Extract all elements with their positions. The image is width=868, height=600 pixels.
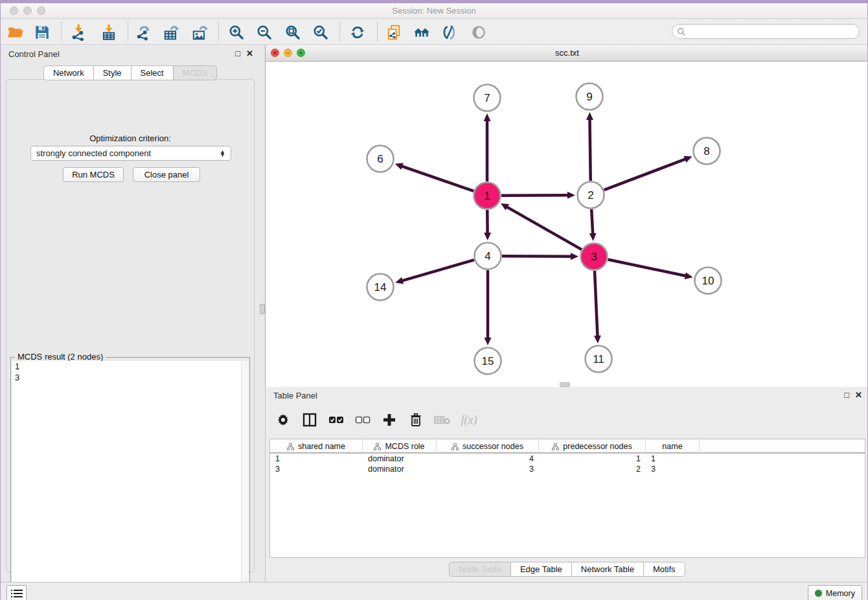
float-panel-icon[interactable]: □ — [235, 49, 240, 58]
graph-edge[interactable] — [502, 256, 572, 257]
optimization-criterion-label: Optimization criterion: — [6, 133, 254, 143]
result-scrollbar[interactable] — [241, 361, 249, 600]
result-line: 3 — [12, 372, 249, 383]
column-header-successor-nodes[interactable]: successor nodes — [437, 439, 539, 454]
gear-icon[interactable] — [275, 411, 291, 428]
graph-edge[interactable] — [608, 260, 687, 276]
edge-arrowhead — [395, 277, 404, 284]
table-row[interactable]: 3dominator323 — [270, 464, 865, 474]
table-cell[interactable]: 3 — [646, 464, 700, 474]
style-details-icon[interactable] — [440, 23, 459, 42]
tab-motifs[interactable]: Motifs — [643, 562, 685, 577]
tab-edge-table[interactable]: Edge Table — [510, 562, 571, 577]
graph-edge[interactable] — [501, 195, 569, 196]
delete-table-icon — [434, 411, 451, 428]
mcds-result-text[interactable]: 13 — [12, 361, 249, 600]
edge-arrowhead — [395, 163, 404, 170]
table-cell[interactable]: dominator — [363, 454, 437, 464]
add-column-icon[interactable] — [381, 411, 398, 428]
tab-node-table[interactable]: Node Table — [449, 562, 510, 577]
splitter-grip[interactable] — [260, 304, 265, 314]
table-cell[interactable]: 3 — [270, 464, 363, 474]
column-header-label: shared name — [298, 442, 345, 451]
chevron-up-down-icon: ▲▼ — [220, 150, 225, 157]
graph-edge[interactable] — [595, 271, 598, 337]
export-image-icon[interactable] — [190, 23, 209, 42]
network-window-titlebar[interactable]: ✕ − + scc.txt — [266, 45, 868, 62]
memory-button[interactable]: Memory — [808, 585, 862, 600]
export-network-icon[interactable] — [133, 23, 153, 42]
delete-column-icon[interactable] — [407, 411, 424, 428]
column-header-name[interactable]: name — [646, 439, 700, 454]
column-header-shared-name[interactable]: shared name — [270, 439, 363, 454]
float-table-panel-icon[interactable]: □ — [844, 390, 849, 400]
graph-edge[interactable] — [604, 159, 687, 190]
horizontal-splitter-grip[interactable] — [560, 382, 570, 387]
close-panel-button[interactable]: Close panel — [133, 167, 200, 182]
node-label: 9 — [586, 91, 592, 103]
criterion-dropdown[interactable]: strongly connected component ▲▼ — [30, 146, 231, 161]
edge-arrowhead — [485, 338, 492, 345]
tab-mcds[interactable]: MCDS — [173, 65, 217, 80]
run-mcds-button[interactable]: Run MCDS — [63, 167, 124, 182]
table-cell[interactable]: 1 — [270, 454, 363, 464]
clone-network-icon[interactable] — [384, 23, 404, 42]
task-list-button[interactable] — [6, 585, 27, 600]
tab-network[interactable]: Network — [43, 65, 93, 80]
table-cell[interactable]: 2 — [539, 464, 646, 474]
close-table-panel-icon[interactable]: ✕ — [855, 390, 862, 400]
column-header-predecessor-nodes[interactable]: predecessor nodes — [539, 439, 646, 454]
table-cell[interactable]: 1 — [539, 454, 646, 464]
first-neighbors-icon[interactable] — [412, 23, 431, 42]
table-cell[interactable]: 1 — [646, 454, 700, 464]
graph-edge[interactable] — [401, 166, 474, 191]
import-network-icon[interactable] — [69, 23, 88, 42]
table-header-row: shared nameMCDS rolesuccessor nodesprede… — [270, 439, 865, 454]
table-toolbar: f(x) — [275, 409, 477, 431]
save-icon[interactable] — [32, 23, 52, 42]
column-header-label: predecessor nodes — [563, 442, 632, 451]
tab-select[interactable]: Select — [131, 65, 173, 80]
graph-edge[interactable] — [589, 119, 590, 181]
graph-edge[interactable] — [507, 207, 582, 249]
main-area: Control Panel □ ✕ NetworkStyleSelectMCDS… — [1, 45, 867, 582]
import-table-icon[interactable] — [99, 23, 119, 42]
network-canvas[interactable]: 1234678910111415 — [266, 62, 868, 387]
close-panel-icon[interactable]: ✕ — [246, 49, 253, 58]
table-row[interactable]: 1dominator411 — [270, 454, 865, 464]
tab-style[interactable]: Style — [93, 65, 131, 80]
graph-edge[interactable] — [402, 260, 474, 281]
node-label: 11 — [593, 353, 604, 365]
zoom-in-icon[interactable] — [227, 23, 246, 42]
main-toolbar — [1, 19, 867, 45]
title-bar: Session: New Session — [1, 3, 867, 19]
zoom-selected-icon[interactable] — [311, 23, 330, 42]
node-table[interactable]: shared nameMCDS rolesuccessor nodesprede… — [269, 439, 865, 558]
table-cell[interactable]: 3 — [437, 464, 539, 474]
network-graph[interactable]: 1234678910111415 — [266, 62, 868, 387]
show-columns-icon[interactable] — [301, 411, 318, 428]
export-table-icon[interactable] — [161, 23, 181, 42]
application-window: Session: New Session — [0, 0, 868, 600]
column-header-label: successor nodes — [463, 442, 523, 451]
table-cell[interactable]: dominator — [363, 464, 437, 474]
column-hierarchy-icon — [374, 443, 381, 450]
column-header-MCDS-role[interactable]: MCDS role — [363, 439, 437, 454]
edge-arrowhead — [589, 233, 597, 241]
search-input[interactable] — [686, 27, 859, 37]
control-panel-title: Control Panel — [8, 49, 60, 59]
table-cell[interactable]: 4 — [437, 454, 539, 464]
refresh-icon[interactable] — [348, 23, 367, 42]
toolbar-separator — [218, 22, 219, 41]
deselect-all-checkboxes-icon[interactable] — [354, 411, 371, 428]
select-all-checkboxes-icon[interactable] — [328, 411, 345, 428]
graph-edge[interactable] — [591, 209, 593, 235]
tab-network-table[interactable]: Network Table — [571, 562, 643, 577]
node-label: 7 — [484, 92, 490, 104]
open-folder-icon[interactable] — [6, 23, 25, 42]
vertical-splitter[interactable] — [260, 45, 265, 582]
column-hierarchy-icon — [552, 443, 559, 450]
zoom-out-icon[interactable] — [255, 23, 274, 42]
zoom-fit-icon[interactable] — [283, 23, 303, 42]
table-tabs: Node TableEdge TableNetwork TableMotifs — [266, 562, 868, 577]
